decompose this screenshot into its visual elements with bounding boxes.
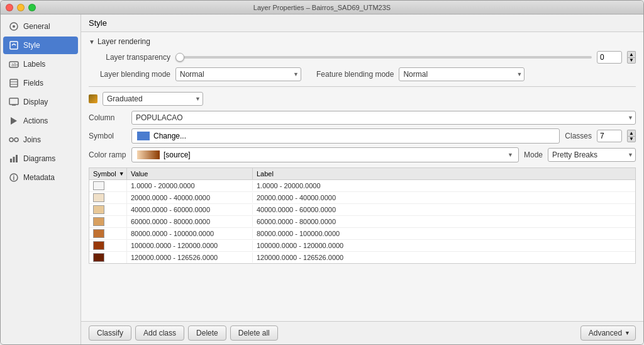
separator [89,86,636,87]
cell-value: 120000.0000 - 126526.0000 [127,252,253,263]
table-row[interactable]: 20000.0000 - 40000.000020000.0000 - 4000… [89,192,635,204]
metadata-icon: i [8,172,19,183]
slider-thumb [175,53,184,62]
diagrams-icon [8,153,19,164]
column-select-wrapper: POPULACAO ▼ [131,111,636,125]
cell-label: 120000.0000 - 126526.0000 [253,252,635,263]
main-content: Style ▼ Layer rendering Layer transparen… [81,14,643,344]
cell-symbol [89,180,127,191]
column-row: Column POPULACAO ▼ [89,111,636,125]
window-controls [6,4,36,11]
transparency-stepper: ▲ ▼ [627,51,636,64]
layer-blending-select[interactable]: Normal [175,67,301,81]
col-header-symbol[interactable]: Symbol ▼ [89,168,127,179]
column-label: Column [89,113,126,122]
sidebar-item-label: Diagrams [23,154,55,163]
table-row[interactable]: 60000.0000 - 80000.000060000.0000 - 8000… [89,216,635,228]
color-swatch [93,217,104,226]
color-swatch [93,241,104,250]
transparency-value-input[interactable]: 0 [597,51,622,64]
renderer-row: Graduated ▼ [89,92,636,106]
renderer-select-wrapper: Graduated ▼ [103,92,203,106]
classes-label: Classes [565,132,592,140]
maximize-button[interactable] [28,4,36,11]
classes-section: Classes 7 ▲ ▼ [565,130,636,142]
change-btn-label: Change... [153,132,186,140]
symbol-label: Symbol [89,132,126,140]
column-select[interactable]: POPULACAO [131,111,636,125]
feature-blending-select-wrapper: Normal ▼ [399,67,525,81]
advanced-button[interactable]: Advanced ▼ [580,325,636,341]
sidebar-item-label: General [23,22,50,31]
feature-blending-label: Feature blending mode [316,70,394,79]
table-row[interactable]: 100000.0000 - 120000.0000100000.0000 - 1… [89,240,635,252]
renderer-select[interactable]: Graduated [103,92,203,106]
color-ramp-select[interactable]: [source] ▼ [131,147,519,162]
stepper-up[interactable]: ▲ [627,51,636,57]
sidebar-item-style[interactable]: Style [3,37,78,54]
main-window: Layer Properties – Bairros_SAD69_UTM23S … [0,0,644,345]
sidebar-item-actions[interactable]: Actions [3,112,78,130]
renderer-icon [89,94,97,103]
cell-value: 60000.0000 - 80000.0000 [127,217,253,227]
table-row[interactable]: 120000.0000 - 126526.0000120000.0000 - 1… [89,252,635,263]
mode-select[interactable]: Pretty Breaks [548,148,636,162]
feature-blending-select[interactable]: Normal [399,67,525,81]
cell-symbol [89,216,127,227]
sidebar-item-label: Fields [23,79,43,88]
layer-transparency-row: Layer transparency 0 ▲ ▼ [89,51,636,64]
symbol-preview [137,132,150,140]
sidebar: General Style abc Labels Fields [1,14,81,344]
sidebar-item-label: Style [23,41,40,50]
svg-rect-14 [13,157,15,162]
table-row[interactable]: 40000.0000 - 60000.000040000.0000 - 6000… [89,204,635,216]
transparency-slider-container [175,56,592,59]
delete-all-button[interactable]: Delete all [230,325,278,341]
style-icon [8,40,19,51]
sidebar-item-display[interactable]: Display [3,93,78,111]
svg-text:abc: abc [11,62,19,67]
change-symbol-button[interactable]: Change... [131,128,560,144]
window-body: General Style abc Labels Fields [1,14,643,344]
cell-symbol [89,240,127,251]
class-table: Symbol ▼ Value Label 1.0000 - 20000.0000… [89,167,636,264]
sort-icon: ▼ [119,171,125,177]
color-ramp-arrow-icon: ▼ [508,152,513,158]
svg-marker-10 [11,117,17,125]
stepper-down[interactable]: ▼ [627,57,636,64]
svg-rect-8 [9,98,18,105]
color-swatch [93,253,104,262]
color-ramp-value: [source] [164,150,191,159]
sidebar-item-joins[interactable]: Joins [3,131,78,149]
cell-label: 40000.0000 - 60000.0000 [253,205,635,215]
minimize-button[interactable] [17,4,25,11]
sidebar-item-general[interactable]: General [3,18,78,35]
section-title: Layer rendering [97,37,150,46]
table-row[interactable]: 80000.0000 - 100000.000080000.0000 - 100… [89,228,635,240]
table-body: 1.0000 - 20000.00001.0000 - 20000.000020… [89,180,635,263]
classes-stepper-up[interactable]: ▲ [627,130,636,136]
delete-button[interactable]: Delete [188,325,226,341]
cell-value: 100000.0000 - 120000.0000 [127,240,253,251]
transparency-slider[interactable] [175,56,592,59]
classify-button[interactable]: Classify [89,325,131,341]
layer-transparency-label: Layer transparency [89,53,170,62]
classes-input[interactable]: 7 [597,130,622,142]
add-class-button[interactable]: Add class [135,325,184,341]
close-button[interactable] [6,4,13,11]
sidebar-item-metadata[interactable]: i Metadata [3,169,78,186]
style-panel-header: Style [81,14,643,32]
sidebar-item-labels[interactable]: abc Labels [3,55,78,73]
classes-stepper-down[interactable]: ▼ [627,136,636,142]
cell-symbol [89,252,127,263]
sidebar-item-diagrams[interactable]: Diagrams [3,150,78,167]
layer-rendering-toggle[interactable]: ▼ Layer rendering [89,37,636,46]
cell-label: 20000.0000 - 40000.0000 [253,193,635,203]
color-swatch [93,193,104,202]
sidebar-item-fields[interactable]: Fields [3,74,78,92]
cell-label: 60000.0000 - 80000.0000 [253,217,635,227]
table-row[interactable]: 1.0000 - 20000.00001.0000 - 20000.0000 [89,180,635,192]
symbol-classes-row: Symbol Change... Classes 7 ▲ ▼ [89,128,636,144]
col-header-label: Label [253,168,635,179]
svg-point-12 [14,138,18,142]
